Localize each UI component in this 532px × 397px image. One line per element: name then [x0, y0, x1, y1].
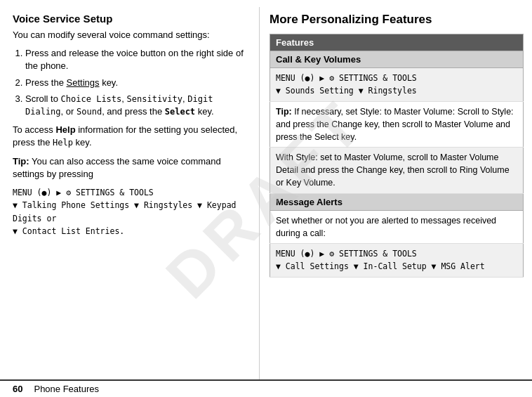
- tip-label: Tip:: [13, 156, 29, 167]
- call-style-row: With Style: set to Master Volume, scroll…: [270, 148, 524, 193]
- features-header-cell: Features: [270, 34, 524, 51]
- call-menu-row: MENU (●) ▶ ⚙ SETTINGS & TOOLS ▼ Sounds S…: [270, 68, 524, 102]
- step-3-sep2: ,: [182, 93, 185, 104]
- call-style-text: With Style: set to Master Volume, scroll…: [276, 152, 510, 188]
- page-number: 60: [13, 384, 22, 394]
- footer: 60 Phone Features: [0, 379, 532, 397]
- call-menu-path: MENU (●) ▶ ⚙ SETTINGS & TOOLS ▼ Sounds S…: [276, 72, 517, 98]
- step-3-bold2: Sensitivity: [127, 94, 182, 104]
- features-header-row: Features: [270, 34, 524, 51]
- step-3-bold4: Sound: [77, 107, 102, 117]
- step-2-after: key.: [100, 77, 119, 88]
- message-menu-line2: ▼ Call Settings ▼ In-Call Setup ▼ MSG Al…: [276, 260, 517, 273]
- help-para: To access Help information for the setti…: [13, 124, 246, 149]
- message-alerts-title: Message Alerts: [270, 193, 524, 210]
- step-3-sep1: ,: [121, 93, 124, 104]
- step-3-after2: key.: [195, 106, 214, 117]
- footer-label: Phone Features: [34, 384, 99, 394]
- step-3: Scroll to Choice Lists, Sensitivity, Dig…: [25, 93, 246, 118]
- tip-text: You can also access the same voice comma…: [13, 156, 221, 179]
- message-menu-row: MENU (●) ▶ ⚙ SETTINGS & TOOLS ▼ Call Set…: [270, 243, 524, 277]
- call-style-cell: With Style: set to Master Volume, scroll…: [270, 148, 524, 193]
- call-key-volumes-header: Call & Key Volumes: [270, 51, 524, 68]
- message-menu-cell: MENU (●) ▶ ⚙ SETTINGS & TOOLS ▼ Call Set…: [270, 243, 524, 277]
- left-title: Voice Service Setup: [13, 13, 246, 25]
- right-column: More Personalizing Features Features Cal…: [260, 7, 532, 379]
- tip-para: Tip: You can also access the same voice …: [13, 155, 246, 181]
- message-alerts-header: Message Alerts: [270, 193, 524, 210]
- message-menu-line1: MENU (●) ▶ ⚙ SETTINGS & TOOLS: [276, 247, 517, 260]
- left-menu-path: MENU (●) ▶ ⚙ SETTINGS & TOOLS ▼ Talking …: [13, 186, 246, 238]
- step-1: Press and release the voice button on th…: [25, 47, 246, 72]
- steps-list: Press and release the voice button on th…: [25, 47, 246, 118]
- call-tip-text: If necessary, set Style: to Master Volum…: [276, 107, 514, 142]
- left-intro: You can modify several voice command set…: [13, 29, 246, 41]
- call-tip-label: Tip:: [276, 107, 292, 117]
- step-1-text: Press and release the voice button on th…: [25, 48, 244, 71]
- message-text-row: Set whether or not you are alerted to me…: [270, 210, 524, 243]
- step-2-before: Press the: [25, 77, 67, 88]
- main-content: Voice Service Setup You can modify sever…: [0, 0, 532, 379]
- call-tip-cell: Tip: If necessary, set Style: to Master …: [270, 101, 524, 147]
- call-menu-cell: MENU (●) ▶ ⚙ SETTINGS & TOOLS ▼ Sounds S…: [270, 68, 524, 102]
- step-3-bold1: Choice Lists: [61, 94, 122, 104]
- left-menu-line3: ▼ Contact List Entries.: [13, 225, 246, 237]
- page-container: Voice Service Setup You can modify sever…: [0, 0, 532, 397]
- message-menu-path: MENU (●) ▶ ⚙ SETTINGS & TOOLS ▼ Call Set…: [276, 247, 517, 273]
- step-3-sep3: , or: [61, 106, 74, 117]
- step-3-after: , and press the: [102, 106, 165, 117]
- left-menu-line2: ▼ Talking Phone Settings ▼ Ringstyles ▼ …: [13, 199, 246, 225]
- step-2: Press the Settings key.: [25, 77, 246, 89]
- call-key-volumes-title: Call & Key Volumes: [270, 51, 524, 68]
- step-3-before: Scroll to: [25, 93, 61, 104]
- message-text-cell: Set whether or not you are alerted to me…: [270, 210, 524, 243]
- step-3-bold5: Select: [165, 107, 195, 117]
- step-2-settings: Settings: [67, 77, 100, 88]
- call-tip-row: Tip: If necessary, set Style: to Master …: [270, 101, 524, 147]
- right-title: More Personalizing Features: [270, 13, 524, 27]
- left-column: Voice Service Setup You can modify sever…: [0, 7, 260, 379]
- call-menu-line1: MENU (●) ▶ ⚙ SETTINGS & TOOLS: [276, 72, 517, 84]
- left-menu-line1: MENU (●) ▶ ⚙ SETTINGS & TOOLS: [13, 186, 246, 199]
- call-menu-line2: ▼ Sounds Setting ▼ Ringstyles: [276, 84, 517, 97]
- features-table: Features Call & Key Volumes MENU (●) ▶ ⚙…: [270, 34, 524, 278]
